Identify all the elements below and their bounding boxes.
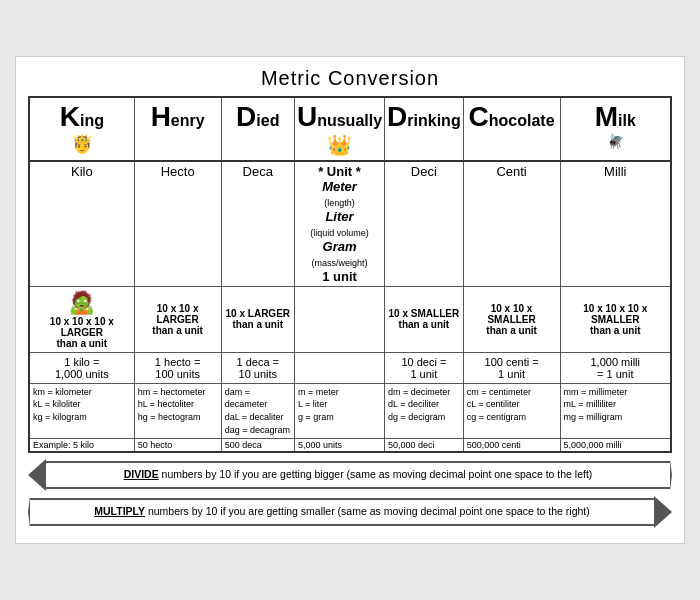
divide-arrow-container: DIVIDE numbers by 10 if you are getting …	[28, 459, 672, 491]
size-unit	[294, 286, 384, 352]
divide-keyword: DIVIDE	[124, 468, 159, 480]
abbrev-row: km = kilometerkL = kiloliterkg = kilogra…	[29, 383, 671, 438]
col-header-henry: Henry	[134, 97, 221, 161]
prefix-unit: * Unit * Meter (length) Liter (liquid vo…	[294, 161, 384, 287]
equiv-centi: 100 centi =1 unit	[463, 352, 560, 383]
prefix-deca: Deca	[221, 161, 294, 287]
col-header-king: King 🤴	[29, 97, 134, 161]
king-figure-icon: 🧟	[32, 290, 132, 316]
abbrev-deci: dm = decimeterdL = deciliterdg = decigra…	[385, 383, 464, 438]
size-deci: 10 x SMALLERthan a unit	[385, 286, 464, 352]
equiv-deci: 10 deci =1 unit	[385, 352, 464, 383]
size-row: 🧟 10 x 10 x 10 x LARGERthan a unit 10 x …	[29, 286, 671, 352]
divide-arrow-body: DIVIDE numbers by 10 if you are getting …	[46, 461, 670, 489]
prefix-milli: Milli	[560, 161, 671, 287]
multiply-text: numbers by 10 if you are getting smaller…	[148, 505, 590, 517]
prefix-row: Kilo Hecto Deca * Unit * Meter (length) …	[29, 161, 671, 287]
col-header-chocolate: Chocolate	[463, 97, 560, 161]
left-arrowhead	[28, 459, 46, 491]
arrows-section: DIVIDE numbers by 10 if you are getting …	[28, 459, 672, 528]
col-header-drinking: Drinking	[385, 97, 464, 161]
abbrev-hecto: hm = hectometerhL = hectoliterhg = hecto…	[134, 383, 221, 438]
example-row: Example: 5 kilo 50 hecto 500 deca 5,000 …	[29, 439, 671, 453]
equiv-kilo: 1 kilo =1,000 units	[29, 352, 134, 383]
example-hecto: 50 hecto	[134, 439, 221, 453]
abbrev-deca: dam = decameterdaL = decaliterdag = deca…	[221, 383, 294, 438]
multiply-arrow-container: MULTIPLY numbers by 10 if you are gettin…	[28, 496, 672, 528]
abbrev-milli: mm = millimetermL = millilitermg = milli…	[560, 383, 671, 438]
size-hecto: 10 x 10 x LARGERthan a unit	[134, 286, 221, 352]
example-deci: 50,000 deci	[385, 439, 464, 453]
right-arrowhead	[654, 496, 672, 528]
fly-icon: 🪰	[563, 133, 669, 149]
prefix-centi: Centi	[463, 161, 560, 287]
prefix-deci: Deci	[385, 161, 464, 287]
example-centi: 500,000 centi	[463, 439, 560, 453]
col-header-died: Died	[221, 97, 294, 161]
equiv-deca: 1 deca =10 units	[221, 352, 294, 383]
multiply-keyword: MULTIPLY	[94, 505, 145, 517]
multiply-arrow: MULTIPLY numbers by 10 if you are gettin…	[28, 496, 672, 528]
size-milli: 10 x 10 x 10 x SMALLERthan a unit	[560, 286, 671, 352]
prefix-hecto: Hecto	[134, 161, 221, 287]
header-row: King 🤴 Henry Died Unusually 👑 Drinking	[29, 97, 671, 161]
right-end-left-arrow	[670, 459, 672, 491]
prefix-kilo: Kilo	[29, 161, 134, 287]
col-header-unusually: Unusually 👑	[294, 97, 384, 161]
example-kilo: Example: 5 kilo	[29, 439, 134, 453]
abbrev-kilo: km = kilometerkL = kiloliterkg = kilogra…	[29, 383, 134, 438]
equiv-unit	[294, 352, 384, 383]
example-deca: 500 deca	[221, 439, 294, 453]
page-title: Metric Conversion	[28, 67, 672, 90]
divide-arrow: DIVIDE numbers by 10 if you are getting …	[28, 459, 672, 491]
size-deca: 10 x LARGERthan a unit	[221, 286, 294, 352]
col-header-milk: Milk 🪰	[560, 97, 671, 161]
size-centi: 10 x 10 x SMALLERthan a unit	[463, 286, 560, 352]
abbrev-unit: m = meterL = literg = gram	[294, 383, 384, 438]
page: Metric Conversion King 🤴 Henry Died Unus…	[15, 56, 685, 544]
example-milli: 5,000,000 milli	[560, 439, 671, 453]
size-kilo: 🧟 10 x 10 x 10 x LARGERthan a unit	[29, 286, 134, 352]
king-icon: 🤴	[32, 133, 132, 155]
equiv-row: 1 kilo =1,000 units 1 hecto =100 units 1…	[29, 352, 671, 383]
divide-text: numbers by 10 if you are getting bigger …	[162, 468, 593, 480]
equiv-hecto: 1 hecto =100 units	[134, 352, 221, 383]
multiply-arrow-body: MULTIPLY numbers by 10 if you are gettin…	[30, 498, 654, 526]
abbrev-centi: cm = centimetercL = centilitercg = centi…	[463, 383, 560, 438]
crown-icon: 👑	[297, 133, 382, 157]
example-unit: 5,000 units	[294, 439, 384, 453]
equiv-milli: 1,000 milli= 1 unit	[560, 352, 671, 383]
conversion-table: King 🤴 Henry Died Unusually 👑 Drinking	[28, 96, 672, 453]
